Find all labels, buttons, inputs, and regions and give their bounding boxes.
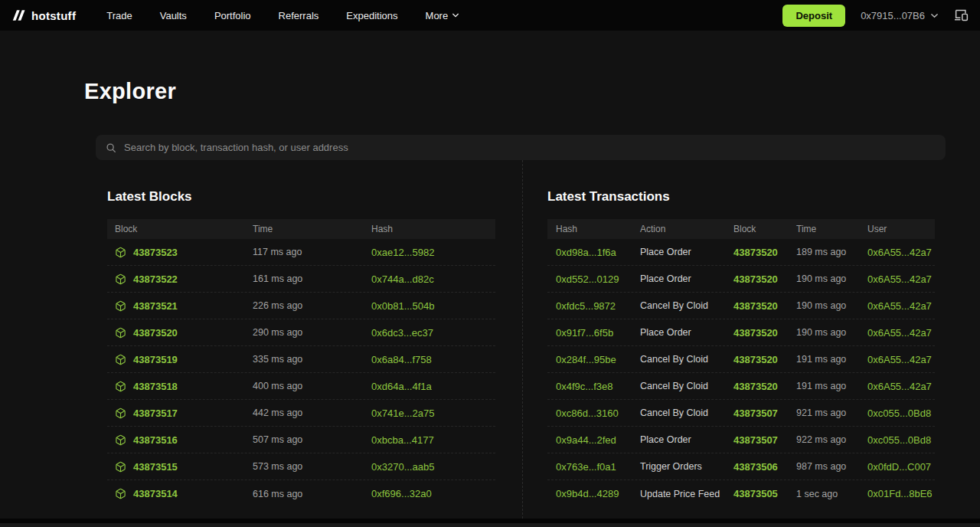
block-time: 400 ms ago xyxy=(253,381,371,391)
tx-hash-link[interactable]: 0x4f9c...f3e8 xyxy=(556,381,640,392)
nav-item[interactable]: Portfolio xyxy=(201,0,265,31)
tx-block-link[interactable]: 43873520 xyxy=(733,354,796,365)
nav-item[interactable]: Vaults xyxy=(146,0,201,31)
block-time: 161 ms ago xyxy=(253,273,371,284)
block-cube-icon xyxy=(115,381,126,392)
explorer-search[interactable] xyxy=(96,135,946,160)
block-hash-link[interactable]: 0x3270...aab5 xyxy=(371,461,495,473)
block-hash-link[interactable]: 0xd64a...4f1a xyxy=(371,381,495,392)
tx-hash-link[interactable]: 0xc86d...3160 xyxy=(556,408,640,419)
tx-user-link[interactable]: 0x6A55...42a7 xyxy=(867,273,935,285)
tx-action: Place Order xyxy=(640,327,733,338)
tx-action: Cancel By Cloid xyxy=(640,354,733,365)
block-cube-icon xyxy=(115,247,126,258)
block-number-link[interactable]: 43873523 xyxy=(133,247,178,258)
tx-block-link[interactable]: 43873520 xyxy=(733,327,796,339)
tx-hash-link[interactable]: 0x9a44...2fed xyxy=(556,434,640,446)
transaction-row: 0x284f...95be Cancel By Cloid 43873520 1… xyxy=(547,346,935,373)
block-row: 43873516 507 ms ago 0xbcba...4177 xyxy=(107,427,495,453)
tx-hash-link[interactable]: 0x91f7...6f5b xyxy=(556,327,640,339)
deposit-button[interactable]: Deposit xyxy=(782,5,845,27)
tx-block-link[interactable]: 43873520 xyxy=(733,273,796,285)
nav-item[interactable]: Expeditions xyxy=(332,0,411,31)
transaction-row: 0x4f9c...f3e8 Cancel By Cloid 43873520 1… xyxy=(547,373,935,400)
tx-user-link[interactable]: 0xc055...0Bd8 xyxy=(867,408,935,419)
tx-time: 191 ms ago xyxy=(796,354,867,365)
block-number-link[interactable]: 43873516 xyxy=(133,434,178,446)
block-cube-icon xyxy=(115,273,126,285)
devices-icon[interactable] xyxy=(954,8,969,22)
nav-item[interactable]: Referrals xyxy=(265,0,333,31)
tx-hash-link[interactable]: 0x9b4d...4289 xyxy=(556,488,640,499)
block-hash-link[interactable]: 0x741e...2a75 xyxy=(371,408,495,419)
block-number-link[interactable]: 43873514 xyxy=(133,488,178,499)
col-hash: Hash xyxy=(371,224,495,234)
col-user: User xyxy=(867,224,935,234)
tx-user-link[interactable]: 0x6A55...42a7 xyxy=(867,381,935,392)
wallet-chip[interactable]: 0x7915...07B6 xyxy=(861,10,939,21)
block-time: 226 ms ago xyxy=(253,300,371,311)
transactions-table-header: Hash Action Block Time User xyxy=(547,219,935,239)
block-hash-link[interactable]: 0x0b81...504b xyxy=(371,300,495,312)
block-hash-link[interactable]: 0xbcba...4177 xyxy=(371,434,495,446)
block-number-link[interactable]: 43873520 xyxy=(133,327,178,339)
tx-hash-link[interactable]: 0xd98a...1f6a xyxy=(556,247,640,258)
tx-user-link[interactable]: 0xc055...0Bd8 xyxy=(867,434,935,446)
tx-block-link[interactable]: 43873505 xyxy=(733,488,796,499)
block-hash-link[interactable]: 0x744a...d82c xyxy=(371,273,495,285)
tx-hash-link[interactable]: 0x284f...95be xyxy=(556,354,640,365)
latest-transactions-panel: Latest Transactions Hash Action Block Ti… xyxy=(547,189,935,507)
chevron-down-icon xyxy=(930,11,939,20)
block-cube-icon xyxy=(115,327,126,339)
tx-block-link[interactable]: 43873520 xyxy=(733,247,796,258)
tx-time: 987 ms ago xyxy=(796,461,867,472)
tx-user-link[interactable]: 0x6A55...42a7 xyxy=(867,300,935,312)
block-number-link[interactable]: 43873521 xyxy=(133,300,178,312)
wallet-address: 0x7915...07B6 xyxy=(861,10,925,21)
nav-right: Deposit 0x7915...07B6 xyxy=(782,5,969,27)
tx-block-link[interactable]: 43873507 xyxy=(733,408,796,419)
block-row: 43873517 442 ms ago 0x741e...2a75 xyxy=(107,400,495,427)
block-row: 43873519 335 ms ago 0x6a84...f758 xyxy=(107,346,495,373)
block-cube-icon xyxy=(115,488,126,499)
block-cube-icon xyxy=(115,461,126,473)
tx-time: 190 ms ago xyxy=(796,327,867,338)
tx-block-link[interactable]: 43873506 xyxy=(733,461,796,473)
block-hash-link[interactable]: 0xae12...5982 xyxy=(371,247,495,258)
block-time: 507 ms ago xyxy=(253,434,371,445)
tx-block-link[interactable]: 43873520 xyxy=(733,300,796,312)
tx-user-link[interactable]: 0x0fdD...C007 xyxy=(867,461,935,473)
nav-item-more[interactable]: More xyxy=(412,0,474,31)
block-number-link[interactable]: 43873517 xyxy=(133,408,178,419)
block-cube-icon xyxy=(115,408,126,419)
brand-logo[interactable]: hotstuff xyxy=(12,8,76,22)
block-number-link[interactable]: 43873522 xyxy=(133,273,178,285)
tx-action: Cancel By Cloid xyxy=(640,381,733,391)
footer-strip xyxy=(0,519,980,527)
tx-block-link[interactable]: 43873507 xyxy=(733,434,796,446)
block-number-link[interactable]: 43873519 xyxy=(133,354,178,365)
latest-blocks-title: Latest Blocks xyxy=(107,189,495,205)
block-time: 442 ms ago xyxy=(253,408,371,418)
tx-time: 190 ms ago xyxy=(796,300,867,311)
tx-block-link[interactable]: 43873520 xyxy=(733,381,796,392)
block-hash-link[interactable]: 0x6dc3...ec37 xyxy=(371,327,495,339)
block-time: 290 ms ago xyxy=(253,327,371,338)
tx-hash-link[interactable]: 0xd552...0129 xyxy=(556,273,640,285)
transaction-row: 0x9a44...2fed Place Order 43873507 922 m… xyxy=(547,427,935,453)
tx-hash-link[interactable]: 0xfdc5...9872 xyxy=(556,300,640,312)
tx-user-link[interactable]: 0x6A55...42a7 xyxy=(867,354,935,365)
tx-user-link[interactable]: 0x6A55...42a7 xyxy=(867,247,935,258)
block-hash-link[interactable]: 0x6a84...f758 xyxy=(371,354,495,365)
tx-user-link[interactable]: 0x6A55...42a7 xyxy=(867,327,935,339)
block-hash-link[interactable]: 0xf696...32a0 xyxy=(371,488,495,499)
panel-divider xyxy=(495,189,547,507)
nav-item[interactable]: Trade xyxy=(93,0,145,31)
block-number-link[interactable]: 43873518 xyxy=(133,381,178,392)
tx-action: Update Price Feed xyxy=(640,489,733,499)
tx-time: 190 ms ago xyxy=(796,273,867,284)
tx-user-link[interactable]: 0x01Fd...8bE6 xyxy=(867,488,935,499)
search-input[interactable] xyxy=(124,142,936,153)
block-number-link[interactable]: 43873515 xyxy=(133,461,178,473)
tx-hash-link[interactable]: 0x763e...f0a1 xyxy=(556,461,640,473)
